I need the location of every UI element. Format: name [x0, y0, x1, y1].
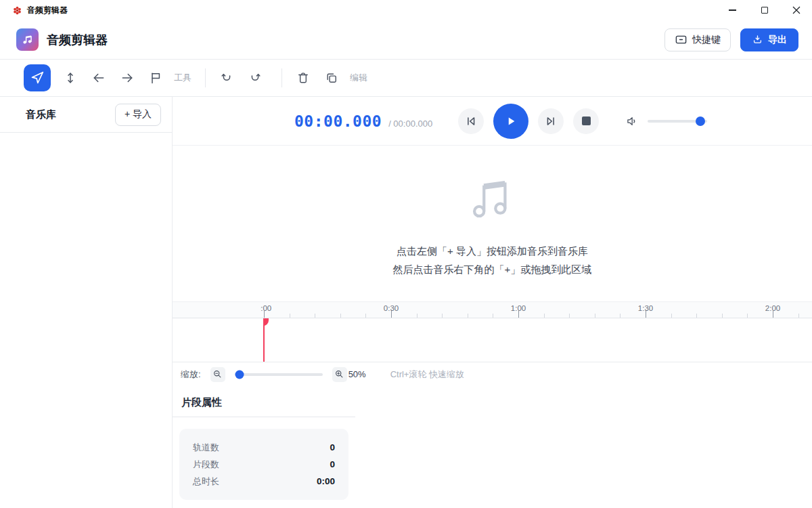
- clip-properties-title: 片段属性: [173, 386, 355, 417]
- current-time: 00:00.000: [294, 112, 382, 130]
- clip-properties-card: 轨道数 0 片段数 0 总时长 0:00: [179, 429, 348, 500]
- stop-icon: [582, 117, 591, 125]
- tools-group-label: 工具: [174, 72, 191, 84]
- undo-icon: [220, 71, 233, 85]
- page-title: 音频剪辑器: [47, 32, 108, 48]
- property-row-tracks: 轨道数 0: [193, 439, 335, 456]
- delete-button[interactable]: [292, 66, 315, 89]
- sidebar-title: 音乐库: [26, 108, 56, 121]
- app-header: 音频剪辑器 快捷键 导出: [0, 20, 812, 60]
- zoom-shortcut-hint: Ctrl+滚轮 快速缩放: [390, 368, 464, 381]
- toolbar-divider: [205, 68, 206, 87]
- speaker-icon[interactable]: [626, 114, 639, 128]
- download-icon: [752, 34, 763, 45]
- window-title: 音频剪辑器: [27, 5, 68, 16]
- header-actions: 快捷键 导出: [664, 28, 798, 51]
- app-window: 音频剪辑器 音频剪辑器: [0, 0, 812, 508]
- keyboard-icon: [675, 33, 687, 46]
- zoom-in-button[interactable]: [332, 367, 347, 382]
- skip-to-end-button[interactable]: [538, 108, 564, 134]
- time-display: 00:00.000 / 00:00.000: [294, 112, 432, 130]
- editor-main: 00:00.000 / 00:00.000: [173, 97, 812, 508]
- close-icon: [792, 6, 800, 14]
- stop-button[interactable]: [573, 108, 599, 134]
- empty-hint-line2: 然后点击音乐右下角的「+」或拖拽到此区域: [393, 260, 592, 278]
- timeline-drop-zone[interactable]: 点击左侧「+ 导入」按钮添加音乐到音乐库 然后点击音乐右下角的「+」或拖拽到此区…: [173, 146, 812, 301]
- toolbar: 工具: [0, 60, 812, 97]
- minimize-button[interactable]: [717, 0, 748, 20]
- select-tool-button[interactable]: [24, 64, 51, 91]
- timeline-ruler[interactable]: 0:000:301:001:302:00: [173, 301, 812, 318]
- music-library-list: [0, 133, 172, 508]
- zoom-in-icon: [334, 369, 344, 379]
- arrows-vertical-icon: [64, 71, 77, 85]
- edit-group-label: 编辑: [350, 72, 367, 84]
- clip-properties-panel: 片段属性 轨道数 0 片段数 0 总时长 0:00 选择片段以编辑属性: [173, 386, 355, 508]
- redo-button[interactable]: [244, 66, 267, 89]
- property-row-clips: 片段数 0: [193, 456, 335, 473]
- trash-icon: [296, 71, 310, 85]
- cursor-icon: [30, 71, 44, 85]
- maximize-button[interactable]: [748, 0, 780, 20]
- zoom-label: 缩放:: [181, 368, 201, 381]
- zoom-bar: 缩放:: [173, 362, 812, 386]
- window-app-icon: [12, 5, 22, 16]
- ruler-ticks: [173, 302, 812, 318]
- zoom-out-icon: [212, 369, 223, 379]
- toolbar-divider: [281, 68, 282, 87]
- arrow-right-icon: [120, 71, 134, 85]
- vertical-resize-tool-button[interactable]: [59, 66, 82, 89]
- sidebar-header: 音乐库 + 导入: [0, 97, 172, 133]
- close-button[interactable]: [780, 0, 812, 20]
- content: 音乐库 + 导入 00:00.000 / 00:00.000: [0, 97, 812, 508]
- titlebar: 音频剪辑器: [0, 0, 812, 20]
- volume-slider[interactable]: [648, 120, 707, 123]
- music-library-sidebar: 音乐库 + 导入: [0, 97, 173, 508]
- play-icon: [503, 113, 519, 129]
- music-note-placeholder-icon: [468, 175, 517, 221]
- transport-bar: 00:00.000 / 00:00.000: [173, 97, 812, 146]
- property-row-duration: 总时长 0:00: [193, 473, 335, 490]
- skip-back-icon: [464, 114, 478, 129]
- window-controls: [717, 0, 812, 20]
- zoom-percentage: 50%: [348, 369, 366, 379]
- skip-forward-icon: [543, 114, 558, 129]
- volume-control: [626, 114, 707, 128]
- marker-flag-button[interactable]: [144, 66, 167, 89]
- arrow-left-icon: [92, 71, 106, 85]
- flag-icon: [149, 71, 162, 85]
- copy-icon: [325, 71, 338, 85]
- total-time: / 00:00.000: [388, 119, 432, 129]
- undo-button[interactable]: [215, 66, 238, 89]
- play-button[interactable]: [493, 104, 528, 139]
- import-button[interactable]: + 导入: [115, 104, 161, 126]
- app-logo: [16, 28, 39, 51]
- empty-hint-line1: 点击左侧「+ 导入」按钮添加音乐到音乐库: [397, 242, 588, 260]
- redo-icon: [248, 71, 262, 85]
- transport-controls: [458, 104, 599, 139]
- maximize-icon: [761, 7, 768, 14]
- minimize-icon: [729, 9, 736, 10]
- zoom-slider[interactable]: [235, 373, 323, 376]
- shortcut-keys-button[interactable]: 快捷键: [664, 28, 731, 51]
- skip-to-start-button[interactable]: [458, 108, 484, 134]
- move-right-button[interactable]: [116, 66, 139, 89]
- zoom-slider-thumb[interactable]: [235, 370, 244, 379]
- playhead[interactable]: [263, 318, 265, 362]
- move-left-button[interactable]: [87, 66, 110, 89]
- music-note-icon: [21, 33, 34, 46]
- volume-slider-thumb[interactable]: [696, 117, 705, 126]
- zoom-out-button[interactable]: [210, 367, 225, 382]
- export-button[interactable]: 导出: [740, 28, 798, 51]
- tracks-area[interactable]: [173, 318, 812, 362]
- copy-button[interactable]: [320, 66, 343, 89]
